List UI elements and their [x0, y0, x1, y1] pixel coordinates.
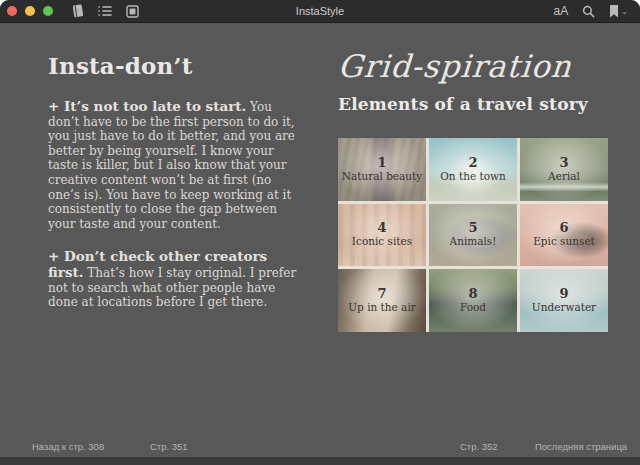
bookmark-icon [609, 5, 619, 18]
tile-number: 4 [377, 221, 386, 235]
tile-number: 1 [377, 156, 386, 170]
search-icon [582, 5, 595, 18]
tile-caption: Iconic sites [352, 235, 412, 248]
minimize-button[interactable] [25, 6, 35, 16]
tile-number: 7 [377, 287, 386, 301]
tile-caption: Food [460, 301, 486, 314]
last-page-link[interactable]: Последняя страница [535, 441, 627, 452]
list-icon [98, 5, 112, 17]
paragraph-body: That’s how I stay original. I prefer not… [48, 266, 296, 309]
right-page-number: Стр. 352 [460, 441, 498, 452]
tile-number: 3 [559, 156, 568, 170]
thumbnail-view-button[interactable] [122, 2, 143, 20]
ebook-reader-window: InstaStyle aA ⌄ [0, 0, 640, 465]
close-button[interactable] [7, 6, 17, 16]
grid-tile: 2 On the town [429, 138, 517, 201]
bookmark-button[interactable]: ⌄ [605, 2, 632, 20]
paragraph-body: You don’t have to be the first person to… [48, 100, 295, 231]
grid-tile: 5 Animals! [429, 204, 517, 267]
grid-tile: 3 Aerial [520, 138, 608, 201]
search-button[interactable] [578, 2, 599, 20]
paragraph: + It’s not too late to start. You don’t … [48, 99, 306, 231]
tile-number: 2 [468, 156, 477, 170]
tile-number: 8 [468, 287, 477, 301]
tile-caption: Aerial [548, 170, 580, 183]
paragraph: + Don’t check other creators first. That… [48, 249, 306, 309]
paragraph-lead: + It’s not too late to start. [48, 98, 246, 114]
traffic-lights [7, 6, 53, 16]
grid-tile: 7 Up in the air [338, 269, 426, 332]
thumbnails-icon [126, 5, 139, 18]
table-of-contents-button[interactable] [94, 2, 116, 20]
book-icon [71, 4, 84, 18]
tile-number: 5 [468, 221, 477, 235]
chapter-title: Insta-don’t [48, 52, 306, 79]
left-page: Insta-don’t + It’s not too late to start… [48, 52, 306, 328]
grid-tile: 4 Iconic sites [338, 204, 426, 267]
tile-caption: Up in the air [348, 301, 416, 314]
titlebar-right-tools: aA ⌄ [544, 0, 632, 22]
left-page-number: Стр. 351 [150, 441, 188, 452]
tile-caption: Animals! [450, 235, 497, 248]
library-button[interactable] [67, 2, 88, 20]
tile-caption: Natural beauty [342, 170, 423, 183]
tile-number: 9 [559, 287, 568, 301]
grid-tile: 1 Natural beauty [338, 138, 426, 201]
grid-tile: 8 Food [429, 269, 517, 332]
tile-number: 6 [559, 221, 568, 235]
window-bottom-edge [0, 457, 640, 465]
titlebar-left-tools [61, 2, 143, 20]
footer-nav: Назад к стр. 308 Стр. 351 Стр. 352 После… [0, 441, 640, 455]
grid-tile: 6 Epic sunset [520, 204, 608, 267]
tile-caption: Underwater [532, 301, 596, 314]
right-page: Grid-spiration Elements of a travel stor… [338, 48, 610, 114]
section-script-title: Grid-spiration [337, 48, 612, 84]
zoom-button[interactable] [43, 6, 53, 16]
window-title: InstaStyle [296, 0, 344, 22]
back-to-page-link[interactable]: Назад к стр. 308 [32, 441, 104, 452]
text-size-button[interactable]: aA [550, 2, 573, 20]
tile-caption: Epic sunset [533, 235, 595, 248]
travel-story-grid: 1 Natural beauty 2 On the town 3 Aerial … [338, 138, 608, 332]
grid-tile: 9 Underwater [520, 269, 608, 332]
tile-caption: On the town [440, 170, 506, 183]
section-subtitle: Elements of a travel story [338, 94, 610, 114]
chevron-down-icon: ⌄ [621, 7, 628, 16]
titlebar: InstaStyle aA ⌄ [0, 0, 640, 23]
